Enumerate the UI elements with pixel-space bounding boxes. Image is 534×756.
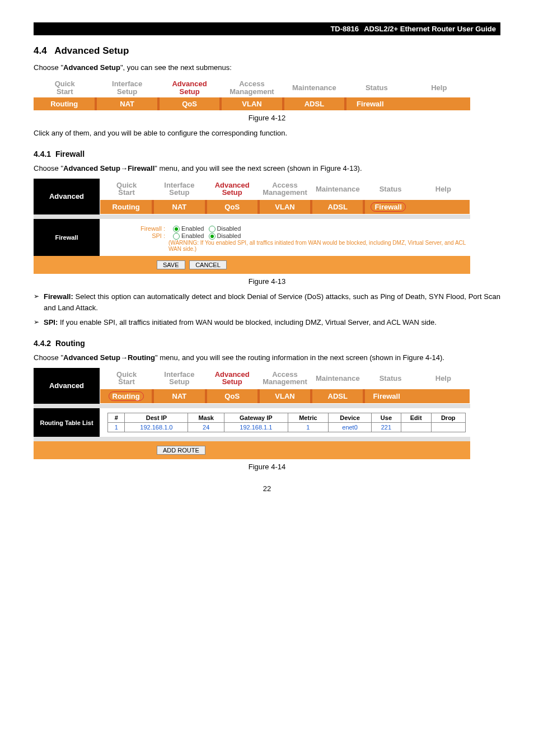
- sub-nat[interactable]: NAT: [153, 200, 205, 214]
- sub-qos[interactable]: QoS: [206, 200, 259, 214]
- sub-firewall[interactable]: Firewall: [364, 200, 470, 214]
- sub-routing[interactable]: Routing: [100, 389, 153, 403]
- tab-maintenance[interactable]: Maintenance: [283, 78, 345, 97]
- section-heading: 4.4 Advanced Setup: [34, 45, 500, 57]
- table-row: 1 192.168.1.0 24 192.168.1.1 1 enet0 221: [108, 423, 466, 432]
- firewall-label: Firewall :: [134, 225, 165, 232]
- divider: [34, 404, 470, 408]
- doc-header: TD-8816 ADSL2/2+ Ethernet Router User Gu…: [34, 22, 500, 35]
- tab-help[interactable]: Help: [417, 179, 470, 199]
- subnav-in-shot1: Routing NAT QoS VLAN ADSL Firewall: [100, 200, 470, 214]
- routing-intro: Choose "Advanced Setup→Routing" menu, an…: [34, 352, 500, 363]
- tab-status[interactable]: Status: [345, 78, 407, 97]
- subsection-routing: 4.4.2 Routing: [34, 339, 500, 348]
- side-advanced: Advanced: [34, 179, 100, 214]
- tab-interface-setup[interactable]: InterfaceSetup: [153, 179, 205, 199]
- td-metric: 1: [288, 423, 328, 432]
- spi-warning: (WARNING: If You enabled SPI, all traffi…: [168, 240, 470, 252]
- th-num: #: [108, 413, 125, 423]
- firewall-form: Firewall : Enabled Disabled SPI : Enable…: [100, 220, 470, 255]
- tab-interface-setup[interactable]: InterfaceSetup: [153, 368, 205, 388]
- list-item: Firewall: Select this option can automat…: [44, 291, 500, 314]
- td-drop[interactable]: [431, 423, 466, 432]
- sub-qos[interactable]: QoS: [206, 389, 259, 403]
- sub-qos[interactable]: QoS: [158, 97, 221, 110]
- tab-access-management[interactable]: AccessManagement: [259, 368, 311, 388]
- section-num: 4.4: [34, 45, 47, 56]
- tab-access-management[interactable]: AccessManagement: [259, 179, 311, 199]
- tab-quick-start[interactable]: QuickStart: [34, 78, 96, 97]
- list-item: SPI: If you enable SPI, all traffics ini…: [44, 317, 500, 328]
- orange-side: [34, 441, 100, 459]
- tab-access-management[interactable]: AccessManagement: [221, 78, 283, 97]
- divider: [34, 437, 470, 441]
- sub-adsl[interactable]: ADSL: [311, 389, 364, 403]
- firewall-disabled-radio[interactable]: [206, 225, 217, 232]
- subnav-in-shot2: Routing NAT QoS VLAN ADSL Firewall: [100, 389, 470, 403]
- td-device: enet0: [329, 423, 372, 432]
- sub-firewall[interactable]: Firewall: [345, 97, 470, 110]
- add-route-button[interactable]: ADD ROUTE: [157, 446, 205, 455]
- orange-side: [34, 256, 100, 274]
- screenshot-routing: Advanced QuickStart InterfaceSetup Advan…: [34, 368, 470, 459]
- tab-status[interactable]: Status: [364, 179, 416, 199]
- tab-help[interactable]: Help: [417, 368, 470, 388]
- bullet-list: Firewall: Select this option can automat…: [34, 291, 500, 328]
- td-num: 1: [108, 423, 125, 432]
- spi-disabled-radio[interactable]: [206, 232, 217, 239]
- section-title: Advanced Setup: [54, 45, 129, 56]
- divider: [34, 214, 470, 219]
- sub-vlan[interactable]: VLAN: [221, 97, 283, 110]
- tab-maintenance[interactable]: Maintenance: [311, 179, 364, 199]
- tab-advanced-setup[interactable]: AdvancedSetup: [206, 368, 259, 388]
- td-edit[interactable]: [401, 423, 431, 432]
- sub-routing[interactable]: Routing: [34, 97, 96, 110]
- doc-title: ADSL2/2+ Ethernet Router User Guide: [364, 25, 496, 33]
- sub-nat[interactable]: NAT: [96, 97, 158, 110]
- tab-advanced-setup[interactable]: AdvancedSetup: [206, 179, 259, 199]
- button-bar: SAVE CANCEL: [100, 256, 470, 274]
- intro-text-2: Click any of them, and you will be able …: [34, 128, 500, 139]
- side-firewall: Firewall: [34, 219, 100, 256]
- tab-status[interactable]: Status: [364, 368, 416, 388]
- save-button[interactable]: SAVE: [157, 260, 185, 269]
- subsection-firewall: 4.4.1 Firewall: [34, 150, 500, 158]
- button-bar: ADD ROUTE: [100, 441, 470, 459]
- figure-caption-4-13: Figure 4-13: [34, 277, 500, 286]
- sub-adsl[interactable]: ADSL: [311, 200, 364, 214]
- side-routing-table-list: Routing Table List: [34, 408, 100, 437]
- th-mask: Mask: [188, 413, 224, 423]
- th-drop: Drop: [431, 413, 466, 423]
- td-mask: 24: [188, 423, 224, 432]
- firewall-enabled-radio[interactable]: [170, 225, 181, 232]
- tab-quick-start[interactable]: QuickStart: [100, 368, 153, 388]
- td-gateway: 192.168.1.1: [224, 423, 288, 432]
- tab-interface-setup[interactable]: InterfaceSetup: [96, 78, 158, 97]
- th-destip: Dest IP: [125, 413, 188, 423]
- intro-text: Choose "Advanced Setup", you can see the…: [34, 62, 500, 73]
- sub-firewall[interactable]: Firewall: [364, 389, 470, 403]
- routing-table: # Dest IP Mask Gateway IP Metric Device …: [107, 413, 466, 432]
- sub-vlan[interactable]: VLAN: [259, 200, 311, 214]
- firewall-intro: Choose "Advanced Setup→Firewall" menu, a…: [34, 163, 500, 174]
- th-gateway: Gateway IP: [224, 413, 288, 423]
- tab-maintenance[interactable]: Maintenance: [311, 368, 364, 388]
- spi-enabled-radio[interactable]: [170, 232, 181, 239]
- sub-nat[interactable]: NAT: [153, 389, 205, 403]
- sub-adsl[interactable]: ADSL: [283, 97, 345, 110]
- tab-quick-start[interactable]: QuickStart: [100, 179, 153, 199]
- sub-vlan[interactable]: VLAN: [259, 389, 311, 403]
- cancel-button[interactable]: CANCEL: [189, 260, 227, 269]
- td-destip: 192.168.1.0: [125, 423, 188, 432]
- th-device: Device: [329, 413, 372, 423]
- tab-help[interactable]: Help: [408, 78, 470, 97]
- sub-routing[interactable]: Routing: [100, 200, 153, 214]
- screenshot-firewall: Advanced QuickStart InterfaceSetup Advan…: [34, 179, 470, 274]
- figure-caption-4-14: Figure 4-14: [34, 463, 500, 471]
- th-use: Use: [372, 413, 401, 423]
- tab-advanced-setup[interactable]: AdvancedSetup: [158, 78, 221, 97]
- th-edit: Edit: [401, 413, 431, 423]
- td-use: 221: [372, 423, 401, 432]
- nav-in-shot2: QuickStart InterfaceSetup AdvancedSetup …: [100, 368, 470, 388]
- page-number: 22: [34, 484, 500, 493]
